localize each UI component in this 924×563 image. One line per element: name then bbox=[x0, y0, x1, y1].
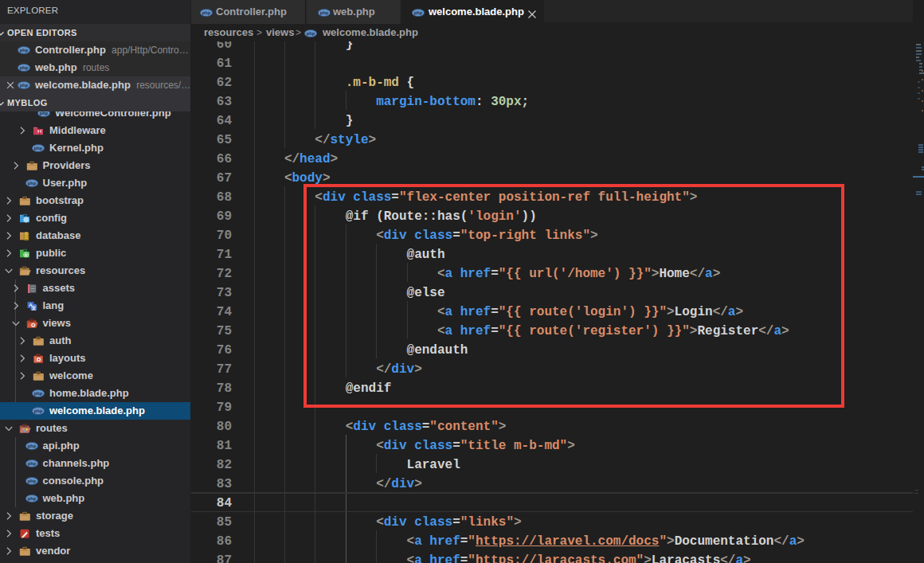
svg-text:php: php bbox=[27, 461, 36, 466]
svg-text:php: php bbox=[320, 10, 329, 15]
svg-text:文: 文 bbox=[30, 306, 36, 311]
svg-text:php: php bbox=[414, 10, 423, 15]
svg-text:php: php bbox=[27, 496, 36, 501]
svg-text:php: php bbox=[34, 146, 43, 151]
svg-text:php: php bbox=[40, 111, 49, 115]
svg-text:php: php bbox=[20, 83, 29, 88]
svg-text:php: php bbox=[202, 10, 211, 15]
svg-text:php: php bbox=[27, 181, 36, 186]
svg-text:php: php bbox=[34, 391, 43, 396]
svg-text:php: php bbox=[27, 444, 36, 448]
svg-text:php: php bbox=[20, 65, 29, 70]
svg-text:php: php bbox=[307, 31, 315, 36]
svg-text:php: php bbox=[27, 479, 36, 483]
svg-text:php: php bbox=[34, 409, 43, 413]
svg-text:php: php bbox=[20, 48, 29, 53]
